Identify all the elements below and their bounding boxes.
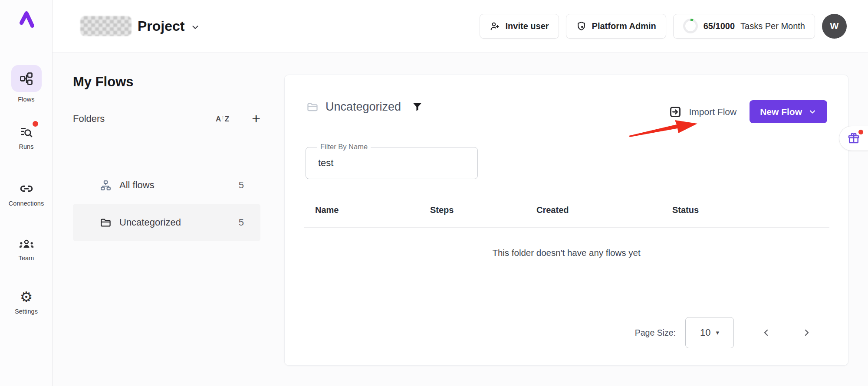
column-header-status: Status (672, 205, 699, 215)
activepieces-logo[interactable] (0, 10, 53, 29)
gear-icon: ⚙ (20, 290, 33, 304)
panel-folder-title: Uncategorized (326, 100, 401, 114)
activepieces-logo-icon (16, 10, 36, 29)
filter-by-name-input[interactable] (306, 147, 477, 179)
page-size-label: Page Size: (635, 328, 676, 338)
tasks-usage-badge[interactable]: 65/1000 Tasks Per Month (673, 14, 815, 39)
table-header-divider (304, 227, 829, 228)
panel-actions: Import Flow New Flow (669, 100, 827, 123)
folder-icon (306, 101, 319, 113)
sidebar-item-connections[interactable]: Connections (0, 181, 53, 207)
runs-icon (19, 125, 33, 139)
tasks-progress-ring (683, 19, 698, 33)
folder-label: Uncategorized (119, 217, 181, 228)
new-flow-label: New Flow (760, 107, 802, 117)
sidebar-item-settings[interactable]: ⚙ Settings (0, 290, 53, 315)
page-title: My Flows (73, 74, 134, 90)
dropdown-arrow-icon: ▾ (716, 329, 719, 337)
tree-icon (100, 180, 112, 191)
folder-icon (100, 217, 112, 229)
sidebar: Flows Runs Connections (0, 0, 53, 386)
team-icon (19, 238, 34, 251)
folder-label: All flows (119, 180, 155, 191)
add-folder-button[interactable]: + (252, 113, 260, 124)
next-page-button[interactable] (802, 327, 812, 338)
flows-panel-card: Uncategorized Import Flow New Flow (284, 75, 848, 366)
sort-a-glyph: A (216, 115, 221, 123)
sort-az-icon[interactable]: A↑Z (216, 114, 229, 123)
sort-z-glyph: Z (225, 115, 229, 123)
gift-notification-dot (858, 130, 863, 134)
user-plus-icon (490, 21, 500, 32)
flows-active-tile (11, 65, 42, 92)
top-header: Project Invite user (53, 0, 868, 52)
import-flow-label: Import Flow (689, 107, 736, 117)
folders-header: Folders A↑Z + (73, 113, 260, 124)
folder-count: 5 (239, 180, 244, 191)
new-flow-button[interactable]: New Flow (750, 100, 827, 123)
invite-user-button[interactable]: Invite user (480, 14, 559, 39)
column-header-steps: Steps (430, 205, 454, 215)
sidebar-item-label: Settings (15, 308, 38, 315)
page-size-select[interactable]: 10 ▾ (685, 317, 734, 348)
app-window: Flows Runs Connections (0, 0, 868, 386)
tasks-label: Tasks Per Month (740, 21, 805, 31)
project-switcher[interactable]: Project (80, 16, 200, 36)
page-nav (761, 327, 812, 338)
sidebar-item-team[interactable]: Team (0, 238, 53, 262)
avatar-initial: W (830, 21, 839, 31)
sidebar-item-label: Connections (9, 200, 44, 207)
platform-admin-button[interactable]: Platform Admin (566, 14, 666, 39)
page-size-value: 10 (700, 327, 710, 338)
filter-funnel-icon[interactable] (411, 101, 423, 113)
sort-arrow-glyph: ↑ (221, 114, 224, 120)
sidebar-item-label: Runs (19, 143, 33, 150)
folder-item-all-flows[interactable]: All flows 5 (73, 167, 260, 204)
folder-item-uncategorized[interactable]: Uncategorized 5 (73, 204, 260, 241)
chevron-down-icon (191, 23, 200, 32)
avatar[interactable]: W (822, 14, 847, 39)
pagination-bar: Page Size: 10 ▾ (635, 317, 812, 348)
tasks-count: 65/1000 (704, 21, 735, 31)
whats-new-tab[interactable] (839, 126, 868, 151)
redacted-project-name (80, 16, 132, 36)
import-flow-button[interactable]: Import Flow (669, 105, 736, 118)
runs-notification-dot (33, 121, 38, 127)
link-icon (19, 181, 34, 196)
table-header-row: Name Steps Created Status (285, 205, 848, 221)
column-header-created: Created (536, 205, 569, 215)
import-icon (669, 105, 682, 118)
gift-icon (847, 132, 860, 145)
sidebar-item-runs[interactable]: Runs (0, 125, 53, 150)
panel-header: Uncategorized (306, 100, 423, 114)
workflow-icon (19, 72, 33, 86)
project-title: Project (138, 18, 184, 34)
shield-icon (576, 21, 587, 32)
column-header-name: Name (315, 205, 339, 215)
folder-count: 5 (239, 217, 244, 228)
invite-user-label: Invite user (506, 21, 549, 31)
sidebar-item-label: Team (19, 255, 34, 262)
empty-state-message: This folder doesn't have any flows yet (285, 248, 848, 258)
sidebar-item-flows[interactable]: Flows (0, 65, 53, 103)
platform-admin-label: Platform Admin (592, 21, 656, 31)
folders-heading: Folders (73, 113, 105, 124)
filter-by-name-field: Filter By Name (306, 147, 478, 179)
chevron-down-icon (808, 108, 817, 116)
sidebar-item-label: Flows (18, 96, 34, 103)
header-actions: Invite user Platform Admin 65/1000 Tasks… (480, 14, 847, 39)
previous-page-button[interactable] (761, 327, 771, 338)
